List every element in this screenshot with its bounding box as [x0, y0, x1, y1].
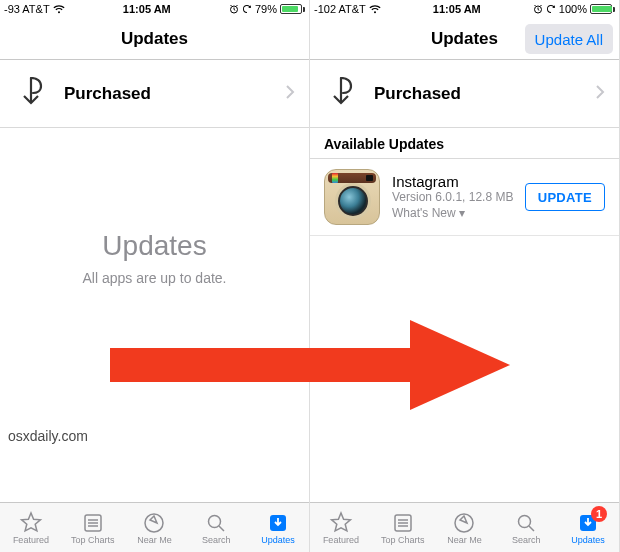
tab-near-me[interactable]: Near Me [124, 503, 186, 552]
list-icon [81, 511, 105, 535]
tab-label: Near Me [447, 535, 482, 545]
sync-icon [242, 4, 252, 14]
purchased-row[interactable]: Purchased [0, 60, 309, 128]
page-title: Updates [121, 29, 188, 49]
alarm-icon [229, 4, 239, 14]
purchased-row[interactable]: Purchased [310, 60, 619, 128]
tab-bar: Featured Top Charts Near Me Search Updat… [310, 502, 619, 552]
tab-bar: Featured Top Charts Near Me Search Updat… [0, 502, 309, 552]
alarm-icon [533, 4, 543, 14]
download-icon [266, 511, 290, 535]
tab-top-charts[interactable]: Top Charts [62, 503, 124, 552]
tab-updates[interactable]: Updates 1 [557, 503, 619, 552]
clock: 11:05 AM [381, 3, 533, 15]
app-version: Version 6.0.1, 12.8 MB [392, 190, 525, 206]
phone-right: -102 AT&T 11:05 AM 100% Updates [310, 0, 620, 552]
tab-search[interactable]: Search [185, 503, 247, 552]
list-icon [391, 511, 415, 535]
tab-label: Search [202, 535, 231, 545]
app-name: Instagram [392, 173, 525, 190]
app-meta: Instagram Version 6.0.1, 12.8 MB What's … [392, 173, 525, 221]
tab-label: Featured [13, 535, 49, 545]
purchased-icon [14, 77, 48, 111]
svg-line-7 [219, 526, 224, 531]
watermark: osxdaily.com [8, 428, 88, 444]
signal-text: -93 AT&T [4, 3, 50, 15]
search-icon [514, 511, 538, 535]
wifi-icon [53, 5, 65, 14]
location-icon [452, 511, 476, 535]
clock: 11:05 AM [65, 3, 229, 15]
page-title: Updates [431, 29, 498, 49]
star-icon [329, 511, 353, 535]
chevron-right-icon [285, 84, 295, 104]
update-button[interactable]: UPDATE [525, 183, 605, 211]
app-icon-instagram [324, 169, 380, 225]
search-icon [204, 511, 228, 535]
sync-icon [546, 4, 556, 14]
battery-pct: 100% [559, 3, 587, 15]
app-row[interactable]: Instagram Version 6.0.1, 12.8 MB What's … [310, 159, 619, 236]
nav-header: Updates Update All [310, 18, 619, 60]
svg-point-15 [519, 515, 531, 527]
wifi-icon [369, 5, 381, 14]
tab-label: Near Me [137, 535, 172, 545]
updates-badge: 1 [591, 506, 607, 522]
tab-label: Updates [571, 535, 605, 545]
purchased-icon [324, 77, 358, 111]
tab-near-me[interactable]: Near Me [434, 503, 496, 552]
purchased-label: Purchased [374, 84, 595, 104]
whats-new-link[interactable]: What's New ▾ [392, 206, 525, 222]
status-bar: -102 AT&T 11:05 AM 100% [310, 0, 619, 18]
location-icon [142, 511, 166, 535]
update-all-button[interactable]: Update All [525, 24, 613, 54]
svg-line-16 [529, 526, 534, 531]
status-bar: -93 AT&T 11:05 AM 79% [0, 0, 309, 18]
tab-featured[interactable]: Featured [0, 503, 62, 552]
tab-label: Top Charts [71, 535, 115, 545]
content-area: Purchased Available Updates Instagram Ve… [310, 60, 619, 502]
section-header: Available Updates [310, 128, 619, 159]
tab-top-charts[interactable]: Top Charts [372, 503, 434, 552]
content-area: Purchased Updates All apps are up to dat… [0, 60, 309, 502]
tab-updates[interactable]: Updates [247, 503, 309, 552]
nav-header: Updates [0, 18, 309, 60]
tab-featured[interactable]: Featured [310, 503, 372, 552]
tab-search[interactable]: Search [495, 503, 557, 552]
chevron-right-icon [595, 84, 605, 104]
tab-label: Top Charts [381, 535, 425, 545]
star-icon [19, 511, 43, 535]
empty-state: Updates All apps are up to date. [0, 230, 309, 286]
tab-label: Search [512, 535, 541, 545]
battery-icon [590, 4, 615, 14]
empty-title: Updates [0, 230, 309, 262]
empty-subtitle: All apps are up to date. [0, 270, 309, 286]
signal-text: -102 AT&T [314, 3, 366, 15]
battery-pct: 79% [255, 3, 277, 15]
battery-icon [280, 4, 305, 14]
tab-label: Updates [261, 535, 295, 545]
purchased-label: Purchased [64, 84, 285, 104]
svg-point-6 [209, 515, 221, 527]
phone-left: -93 AT&T 11:05 AM 79% Updates [0, 0, 310, 552]
tab-label: Featured [323, 535, 359, 545]
